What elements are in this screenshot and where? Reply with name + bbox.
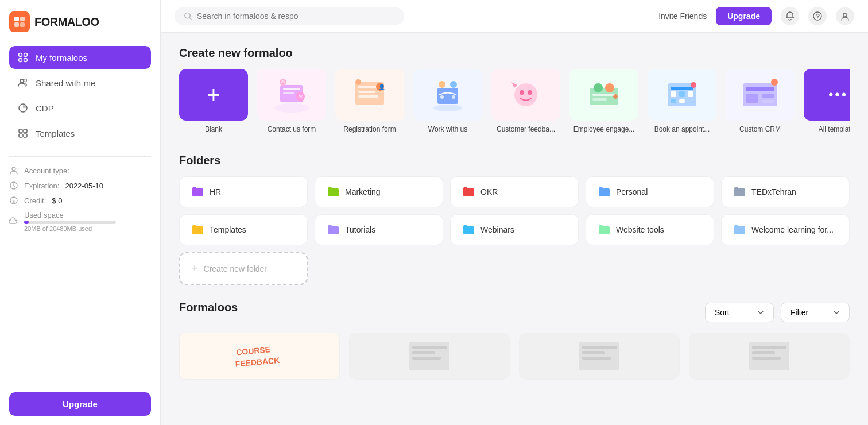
template-employee-engage[interactable]: Employee engage...: [569, 69, 638, 133]
template-employee-thumb: [569, 69, 638, 121]
svg-rect-70: [412, 346, 447, 349]
used-space-value: 20MB of 20480MB used: [24, 225, 92, 232]
search-bar[interactable]: [175, 7, 404, 25]
course-feedback-illustration: COURSE FEEDBACK: [231, 336, 288, 376]
folder-welcome-learning[interactable]: Welcome learning for...: [721, 214, 850, 245]
used-space-row: Used space 20MB of 20480MB used: [9, 211, 151, 233]
svg-rect-74: [582, 346, 617, 349]
card-3-illustration: [576, 339, 622, 373]
invite-friends-button[interactable]: Invite Friends: [658, 11, 707, 21]
formaloo-card-2[interactable]: [349, 333, 510, 380]
folder-personal[interactable]: Personal: [586, 176, 714, 207]
template-customer-feedback[interactable]: Customer feedba...: [491, 69, 560, 133]
folder-tedx[interactable]: TEDxTehran: [721, 176, 850, 207]
folder-templates[interactable]: Templates: [179, 214, 308, 245]
svg-point-6: [19, 59, 22, 62]
svg-point-66: [771, 79, 778, 86]
svg-text:COURSE: COURSE: [236, 345, 271, 357]
folders-section: Folders HR Marketing: [179, 154, 850, 285]
template-work-with-us[interactable]: Work with us: [413, 69, 482, 133]
formaloo-card-3[interactable]: [519, 333, 680, 380]
template-contact-us-thumb: ✉: [257, 69, 326, 121]
sidebar-item-shared-with-me[interactable]: Shared with me: [9, 71, 151, 94]
folder-marketing[interactable]: Marketing: [315, 176, 443, 207]
templates-scroll: + Blank ✉: [179, 69, 850, 138]
folder-welcome-label: Welcome learning for...: [751, 225, 834, 234]
upgrade-top-button[interactable]: Upgrade: [716, 7, 772, 25]
svg-rect-26: [283, 92, 294, 94]
formaloos-section: Formaloos Sort Filter: [179, 301, 850, 380]
sort-dropdown[interactable]: Sort: [705, 303, 774, 322]
folder-okr[interactable]: OKR: [450, 176, 579, 207]
folder-icon-tedx: [733, 186, 746, 198]
sidebar-item-cdp[interactable]: CDP: [9, 96, 151, 119]
svg-rect-1: [20, 17, 25, 21]
svg-point-9: [24, 79, 27, 82]
sidebar-item-shared-with-me-label: Shared with me: [36, 78, 95, 88]
template-contact-us-form[interactable]: ✉ Contact us form: [257, 69, 326, 133]
filter-dropdown[interactable]: Filter: [781, 303, 850, 322]
template-employee-label: Employee engage...: [574, 125, 635, 133]
filter-label: Filter: [790, 308, 808, 317]
search-icon: [184, 11, 192, 21]
folder-icon-marketing: [327, 186, 339, 198]
folder-website-tools[interactable]: Website tools: [586, 214, 714, 245]
template-crm-label: Custom CRM: [739, 125, 781, 133]
template-icon: [17, 128, 29, 139]
template-blank[interactable]: + Blank: [179, 69, 248, 133]
template-book-appoint[interactable]: Book an appoint...: [648, 69, 716, 133]
svg-rect-11: [19, 129, 22, 133]
template-registration-form[interactable]: 👤 Registration form: [335, 69, 404, 133]
formaloo-card-4[interactable]: [689, 333, 850, 380]
account-type-row: Account type:: [9, 166, 151, 175]
folder-icon-templates: [191, 224, 204, 235]
sidebar-item-templates-label: Templates: [36, 129, 75, 138]
template-registration-label: Registration form: [343, 125, 396, 133]
topbar-actions: Invite Friends Upgrade ?: [658, 7, 854, 25]
svg-point-49: [594, 83, 603, 92]
create-folder-card[interactable]: + Create new folder: [179, 252, 308, 285]
svg-rect-54: [671, 87, 693, 90]
work-illustration: [425, 76, 471, 114]
help-icon-button[interactable]: ?: [808, 7, 827, 25]
formaloo-thumb-4: [689, 333, 849, 379]
svg-rect-75: [582, 351, 605, 354]
template-custom-crm[interactable]: Custom CRM: [726, 69, 795, 133]
folder-webinars[interactable]: Webinars: [450, 214, 579, 245]
svg-rect-34: [358, 91, 375, 93]
sidebar-item-templates[interactable]: Templates: [9, 122, 151, 145]
credit-label: Credit:: [24, 196, 46, 205]
upgrade-sidebar-button[interactable]: Upgrade: [9, 392, 151, 416]
folder-hr[interactable]: HR: [179, 176, 308, 207]
logo-area: FORMALOO: [9, 9, 151, 34]
svg-rect-35: [358, 95, 378, 98]
user-avatar[interactable]: [836, 7, 854, 25]
template-book-thumb: [648, 69, 716, 121]
customer-illustration: [503, 76, 549, 114]
formaloo-card-1[interactable]: COURSE FEEDBACK: [179, 333, 340, 380]
notification-icon-button[interactable]: [781, 7, 799, 25]
template-all[interactable]: ••• All templates: [804, 69, 850, 133]
folders-section-title: Folders: [179, 154, 850, 167]
svg-point-60: [691, 82, 696, 88]
folder-website-tools-label: Website tools: [616, 225, 664, 234]
svg-rect-65: [762, 100, 774, 103]
svg-rect-72: [412, 357, 441, 360]
svg-point-15: [12, 167, 16, 171]
svg-point-31: [284, 82, 285, 83]
sidebar: FORMALOO My formaloos Shared with me: [0, 0, 161, 425]
chart-icon: [17, 102, 29, 114]
employee-illustration: [581, 76, 627, 114]
search-input[interactable]: [197, 11, 395, 21]
create-section-title: Create new formaloo: [179, 47, 850, 60]
formaloos-section-title: Formaloos: [179, 301, 238, 314]
template-registration-thumb: 👤: [335, 69, 404, 121]
template-work-label: Work with us: [428, 125, 467, 133]
svg-rect-76: [582, 357, 611, 360]
folder-tutorials[interactable]: Tutorials: [315, 214, 443, 245]
sidebar-item-my-formaloos[interactable]: My formaloos: [9, 46, 151, 69]
users-icon: [17, 77, 29, 88]
expiration-value: 2022-05-10: [65, 181, 103, 190]
svg-point-47: [528, 90, 532, 95]
book-illustration: [659, 76, 705, 114]
